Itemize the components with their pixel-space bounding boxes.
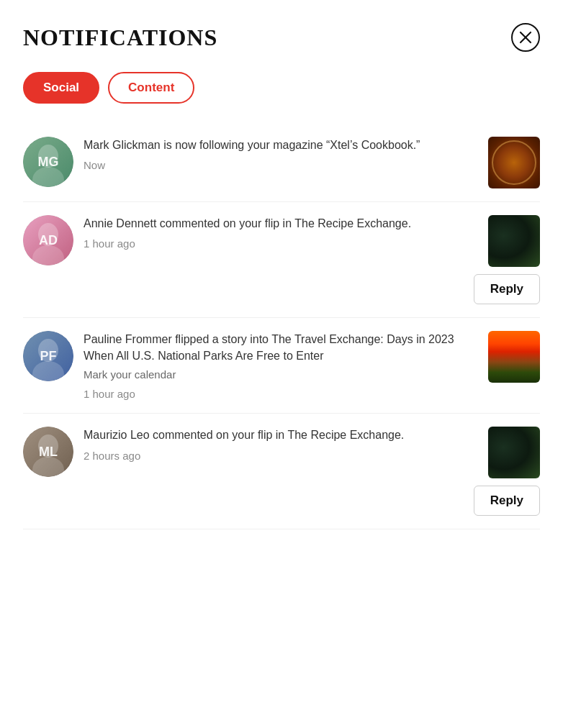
notification-content-2: Annie Dennett commented on your flip in … <box>84 215 464 250</box>
tab-social[interactable]: Social <box>23 72 99 104</box>
avatar-3: PF <box>23 331 73 381</box>
notification-right-2: Reply <box>474 215 540 304</box>
notification-thumb-1 <box>488 137 540 188</box>
reply-button-2[interactable]: Reply <box>474 274 540 304</box>
reply-button-4[interactable]: Reply <box>474 486 540 516</box>
notification-item-3: PFPauline Frommer flipped a story into T… <box>23 318 540 414</box>
notification-right-3 <box>488 331 540 383</box>
avatar-2: AD <box>23 215 73 265</box>
notifications-list: MGMark Glickman is now following your ma… <box>23 124 540 529</box>
notification-time-4: 2 hours ago <box>84 450 464 462</box>
tab-content[interactable]: Content <box>108 72 194 104</box>
notification-time-2: 1 hour ago <box>84 237 464 250</box>
svg-text:ML: ML <box>39 445 58 459</box>
notification-item-4: MLMaurizio Leo commented on your flip in… <box>23 414 540 529</box>
notification-content-1: Mark Glickman is now following your maga… <box>84 137 478 171</box>
notification-content-3: Pauline Frommer flipped a story into The… <box>84 331 478 400</box>
notification-text-2: Annie Dennett commented on your flip in … <box>84 215 464 232</box>
notifications-panel: NOTIFICATIONS SocialContent MGMark Glick… <box>0 0 563 547</box>
close-button[interactable] <box>511 23 540 52</box>
avatar-4: ML <box>23 427 73 477</box>
notification-text-3: Pauline Frommer flipped a story into The… <box>84 331 478 364</box>
notification-subtext-3: Mark your calendar <box>84 367 478 382</box>
svg-text:PF: PF <box>40 349 56 363</box>
notification-time-1: Now <box>84 159 478 171</box>
tab-bar: SocialContent <box>23 72 540 104</box>
notification-text-4: Maurizio Leo commented on your flip in T… <box>84 427 464 443</box>
svg-text:MG: MG <box>38 155 59 169</box>
avatar-1: MG <box>23 137 73 187</box>
notification-text-1: Mark Glickman is now following your maga… <box>84 137 478 153</box>
notification-thumb-4 <box>488 427 540 478</box>
notification-time-3: 1 hour ago <box>84 388 478 400</box>
notification-right-4: Reply <box>474 427 540 516</box>
panel-title: NOTIFICATIONS <box>23 24 217 51</box>
panel-header: NOTIFICATIONS <box>23 23 540 52</box>
svg-text:AD: AD <box>39 233 58 247</box>
notification-content-4: Maurizio Leo commented on your flip in T… <box>84 427 464 461</box>
close-icon <box>519 31 532 44</box>
notification-thumb-2 <box>488 215 540 267</box>
notification-item-2: ADAnnie Dennett commented on your flip i… <box>23 202 540 318</box>
notification-right-1 <box>488 137 540 188</box>
notification-thumb-3 <box>488 331 540 383</box>
notification-item-1: MGMark Glickman is now following your ma… <box>23 124 540 202</box>
